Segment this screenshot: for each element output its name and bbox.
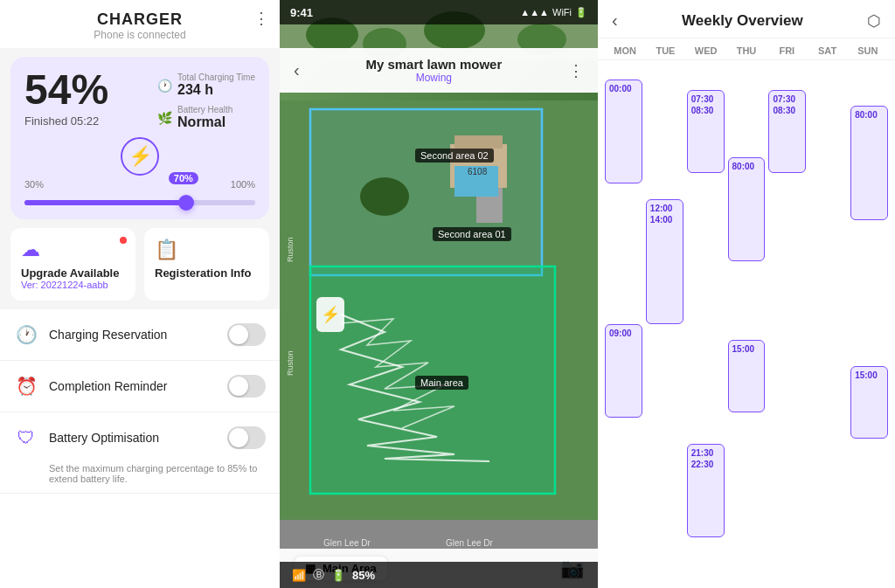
schedule-block[interactable]: 21:3022:30 [687,444,725,537]
total-charging-stat: 🕐 Total Charging Time 234 h [157,73,255,98]
schedule-time: 07:3008:30 [691,93,720,116]
area-label-main: Main area [415,376,468,390]
registration-label: Registeration Info [155,266,259,280]
mower-menu-icon[interactable]: ⋮ [568,61,584,80]
alarm-icon: ⏰ [14,376,38,397]
charge-finished: Finished 05:22 [24,114,108,128]
completion-reminder-label: Completion Reminder [49,379,217,393]
svg-text:Ruston: Ruston [286,237,295,262]
device-battery-icon: 🔋 [331,569,345,582]
status-time: 9:41 [290,6,313,19]
svg-text:Ruston: Ruston [286,350,295,376]
charging-reservation-toggle[interactable] [227,323,266,346]
weekly-grid: 00:00 09:00 12:0014:00 07:3008:30 21:302… [598,60,895,588]
schedule-time: 15:00 [732,343,761,355]
schedule-block[interactable]: 07:3008:30 [768,90,806,173]
slider-track [24,200,255,205]
clock-circle-icon: 🕐 [14,324,38,345]
day-tue: TUE [645,42,685,59]
charge-slider[interactable]: 30% 100% 70% [24,179,255,205]
settings-list: 🕐 Charging Reservation ⏰ Completion Remi… [0,309,280,588]
schedule-block[interactable]: 07:3008:30 [687,90,725,173]
day-sat: SAT [807,42,847,59]
slider-max-label: 100% [231,179,255,190]
schedule-time: 15:00 [855,370,884,381]
completion-reminder-toggle[interactable] [227,375,266,398]
weekly-export-button[interactable]: ⬡ [867,11,881,31]
schedule-block[interactable]: 12:0014:00 [646,199,683,324]
schedule-block[interactable]: 80:00 [728,157,766,261]
clipboard-icon: 📋 [155,239,259,261]
schedule-block[interactable]: 15:00 [850,366,888,439]
battery-optimisation-toggle[interactable] [227,426,266,449]
column-fri: 07:3008:30 [768,64,806,585]
schedule-time: 80:00 [732,161,761,172]
status-bar: 9:41 ▲▲▲ WiFi 🔋 [280,0,598,24]
leaf-icon: 🌿 [157,111,172,125]
svg-point-7 [360,177,409,216]
signal-strength-icon: 📶 [292,569,306,582]
middle-panel: Glen Lee Dr Glen Lee Dr Ruston Ruston 61… [280,0,598,588]
area-label-second02: Second area 02 [415,149,494,163]
mower-subtitle: Mowing [300,72,568,84]
schedule-block[interactable]: 15:00 [728,340,766,412]
charger-menu-icon[interactable]: ⋮ [253,9,269,28]
bolt-circle: ⚡ [121,137,159,176]
left-panel: CHARGER Phone is connected ⋮ 54% Finishe… [0,0,280,588]
total-charging-value: 234 h [177,82,255,98]
battery-optimisation-item: 🛡 Battery Optimisation Set the maximum c… [0,412,280,494]
charger-title: CHARGER [0,10,280,29]
svg-rect-6 [310,109,542,275]
bluetooth-icon: Ⓑ [313,567,324,583]
weekly-back-button[interactable]: ‹ [612,10,618,31]
mower-robot-icon: ⚡ [316,297,344,332]
charging-reservation-item: 🕐 Charging Reservation [0,309,280,361]
day-wed: WED [686,42,726,59]
notification-dot [120,237,127,244]
schedule-time: 00:00 [609,83,638,94]
schedule-time: 80:00 [855,109,884,121]
schedule-block[interactable]: 00:00 [605,80,642,183]
upgrade-card[interactable]: ☁ Upgrade Available Ver: 20221224-aabb [10,228,135,301]
schedule-block[interactable]: 09:00 [605,324,642,418]
day-fri: FRI [767,42,807,59]
slider-current-label: 70% [169,172,198,184]
battery-optimisation-sublabel: Set the maximum charging percentage to 8… [0,463,280,494]
battery-health-label: Battery Health [177,105,232,114]
area-label-second01: Second area 01 [433,227,511,241]
completion-reminder-item: ⏰ Completion Reminder [0,361,280,412]
signal-icon: ▲▲▲ [520,7,549,17]
svg-rect-9 [454,135,503,149]
svg-text:Glen Lee Dr: Glen Lee Dr [323,538,371,548]
schedule-time: 09:00 [609,328,638,339]
column-wed: 07:3008:30 21:3022:30 [687,64,725,585]
upgrade-label: Upgrade Available [21,266,125,280]
weekly-title: Weekly Overview [625,12,860,30]
charger-header: CHARGER Phone is connected ⋮ [0,0,280,48]
weekly-header: ‹ Weekly Overview ⬡ [598,0,895,38]
column-mon: 00:00 09:00 [605,64,642,585]
battery-status-icon: 🔋 [575,7,587,18]
day-sun: SUN [848,42,888,59]
charge-card: 54% Finished 05:22 🕐 Total Charging Time… [10,57,269,219]
day-thu: THU [726,42,767,59]
slider-thumb[interactable] [178,195,194,211]
schedule-time: 12:0014:00 [650,203,679,225]
schedule-block[interactable]: 80:00 [850,106,888,220]
device-status-bar: 📶 Ⓑ 🔋 85% [280,562,598,588]
wifi-icon: WiFi [552,7,572,17]
clock-icon: 🕐 [157,79,172,93]
battery-shield-icon: 🛡 [14,428,38,448]
battery-optimisation-label: Battery Optimisation [49,431,217,445]
column-tue: 12:0014:00 [646,64,683,585]
registration-card[interactable]: 📋 Registeration Info [144,228,269,301]
charge-percent: 54% [24,69,108,111]
mower-back-button[interactable]: ‹ [294,60,300,80]
slider-min-label: 30% [24,179,44,190]
svg-text:6108: 6108 [468,167,488,176]
mower-title: My smart lawn mower [300,57,568,72]
schedule-time: 07:3008:30 [773,93,801,116]
mower-header: ‹ My smart lawn mower Mowing ⋮ [280,48,598,93]
device-battery-pct: 85% [352,569,375,582]
upgrade-version: Ver: 20221224-aabb [21,280,125,290]
